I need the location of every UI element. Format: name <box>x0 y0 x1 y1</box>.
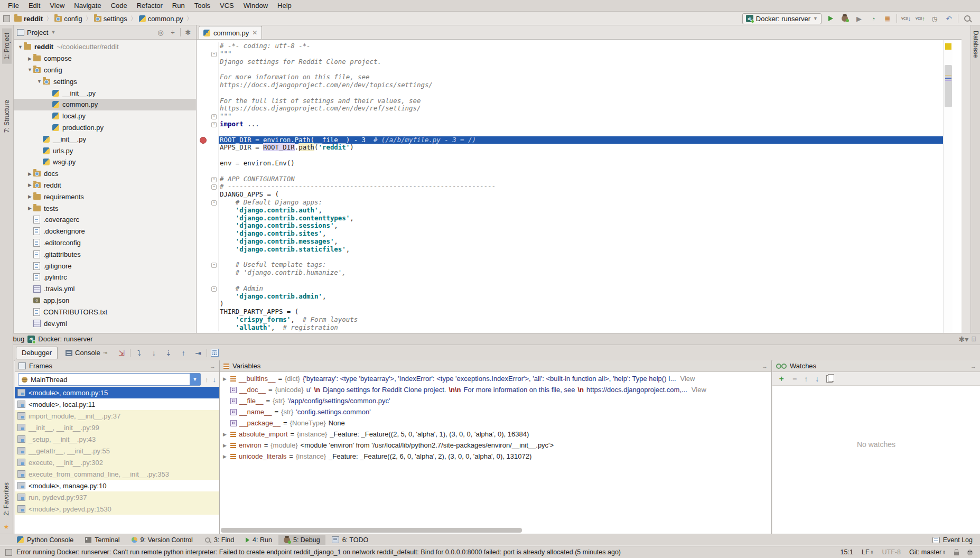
menu-item-navigate[interactable]: Navigate <box>69 2 106 10</box>
menu-item-tools[interactable]: Tools <box>190 2 215 10</box>
tree-item-__init__-py[interactable]: __init__.py <box>14 133 196 145</box>
code-line[interactable]: ▾ # Default Django apps: <box>197 199 944 207</box>
tool-window-tab-9-version-control[interactable]: 9: Version Control <box>126 535 198 545</box>
sidebar-tab-database[interactable]: Database <box>972 27 980 61</box>
breakpoint-icon[interactable] <box>200 137 207 144</box>
code-line[interactable]: 'django.contrib.staticfiles', <box>197 246 944 254</box>
tree-item-wsgi-py[interactable]: wsgi.py <box>14 156 196 168</box>
run-to-cursor-icon[interactable]: ⇥ <box>192 348 204 358</box>
code-line[interactable]: ▾# -------------------------------------… <box>197 183 944 191</box>
tree-item-common-py[interactable]: common.py <box>14 99 196 110</box>
code-line[interactable] <box>197 254 944 262</box>
tool-window-tab-terminal[interactable]: Terminal <box>80 535 125 545</box>
tree-item-app-json[interactable]: {}app.json <box>14 295 196 306</box>
locate-file-icon[interactable]: ◎ <box>156 29 165 36</box>
frame-row[interactable]: _setup, __init__.py:43 <box>15 433 219 445</box>
tree-item-reddit[interactable]: ▶reddit <box>14 180 196 191</box>
scrollbar-thumb[interactable] <box>945 65 952 107</box>
variable-row[interactable]: __file__ = {str}'/app/config/settings/co… <box>220 395 771 406</box>
chevron-collapsed-icon[interactable]: ▶ <box>26 206 33 211</box>
chevron-expanded-icon[interactable]: ▼ <box>26 67 33 72</box>
code-line[interactable]: # 'django.contrib.humanize', <box>197 269 944 277</box>
frame-row[interactable]: <module>, local.py:11 <box>15 398 219 410</box>
collapse-all-icon[interactable]: ÷ <box>168 29 178 36</box>
view-link[interactable]: View <box>680 375 695 383</box>
profiler-button[interactable]: ◔ <box>868 13 879 24</box>
tree-item-local-py[interactable]: local.py <box>14 110 196 122</box>
variable-row[interactable]: ▶__builtins__ = {dict}{'bytearray': <typ… <box>220 373 771 384</box>
code-line[interactable]: For the full list of settings and their … <box>197 97 944 105</box>
tree-item-settings[interactable]: ▼settings <box>14 76 196 87</box>
docker-status-icon[interactable] <box>5 549 12 556</box>
debug-button[interactable] <box>839 13 850 24</box>
code-line[interactable]: 'django.contrib.contenttypes', <box>197 215 944 222</box>
code-line[interactable]: 'allauth', # registration <box>197 324 944 332</box>
fold-marker-icon[interactable]: ▾ <box>211 52 217 57</box>
encoding-widget[interactable]: UTF-8 <box>882 548 901 556</box>
sidebar-tab-favorites[interactable]: 2: Favorites <box>2 478 11 520</box>
run-configuration-select[interactable]: dj Docker: runserver ▼ <box>742 13 822 24</box>
git-branch-widget[interactable]: Git: master▲▼ <box>909 548 946 556</box>
add-watch-icon[interactable]: ＋ <box>778 374 785 384</box>
fold-marker-icon[interactable]: ▾ <box>211 263 217 268</box>
variable-row[interactable]: ▶unicode_literals = {instance}_Feature: … <box>220 451 771 462</box>
tree-item-docs[interactable]: ▶docs <box>14 168 196 180</box>
code-line[interactable]: 'django.contrib.auth', <box>197 207 944 215</box>
tool-window-tab-4-run[interactable]: 4: Run <box>240 535 277 545</box>
frame-row[interactable]: __getattr__, __init__.py:55 <box>15 445 219 457</box>
force-step-into-icon[interactable]: ⇣ <box>162 348 175 358</box>
tree-item-urls-py[interactable]: urls.py <box>14 145 196 156</box>
lock-icon[interactable] <box>954 552 959 555</box>
menu-item-view[interactable]: View <box>45 2 69 10</box>
code-line[interactable]: 'crispy_forms', # Form layouts <box>197 316 944 324</box>
frame-row[interactable]: <module>, manage.py:10 <box>15 480 219 491</box>
variable-row[interactable]: ▶absolute_import = {instance}_Feature: _… <box>220 429 771 440</box>
frame-row[interactable]: <module>, common.py:15 <box>15 387 219 398</box>
run-button[interactable] <box>825 13 836 24</box>
hide-panel-icon[interactable]: → <box>210 363 216 369</box>
step-out-icon[interactable]: ↑ <box>177 348 190 358</box>
breadcrumb-item-config[interactable]: config <box>54 15 82 23</box>
chevron-collapsed-icon[interactable]: ▶ <box>222 376 228 382</box>
tool-window-tab-6-todo[interactable]: 6: TODO <box>326 535 374 545</box>
event-log[interactable]: Event Log <box>932 536 980 544</box>
code-line[interactable] <box>197 89 944 97</box>
copy-icon[interactable] <box>826 375 833 383</box>
hide-panel-icon[interactable]: ⍗ <box>972 335 976 343</box>
fold-marker-icon[interactable]: ▾ <box>211 184 217 190</box>
chevron-expanded-icon[interactable]: ▼ <box>17 44 24 50</box>
move-down-icon[interactable]: ↓ <box>815 375 819 383</box>
tab-debugger[interactable]: Debugger <box>16 347 58 359</box>
previous-frame-icon[interactable]: ↑ <box>205 376 209 384</box>
variable-row[interactable]: __name__ = {str}'config.settings.common' <box>220 406 771 417</box>
menu-item-run[interactable]: Run <box>167 2 190 10</box>
code-line[interactable]: +import ... <box>197 120 944 128</box>
frame-row[interactable]: <module>, pydevd.py:1530 <box>15 503 219 515</box>
tree-item--dockerignore[interactable]: .dockerignore <box>14 226 196 237</box>
code-line[interactable] <box>197 128 944 136</box>
menu-item-window[interactable]: Window <box>239 2 273 10</box>
chevron-collapsed-icon[interactable]: ▶ <box>222 432 228 437</box>
line-ending-widget[interactable]: LF▲▼ <box>862 548 874 556</box>
variable-row[interactable]: __doc__ = {unicode}u'\nDjango settings f… <box>220 384 771 395</box>
code-line[interactable]: https://docs.djangoproject.com/en/dev/to… <box>197 81 944 89</box>
code-line[interactable] <box>197 152 944 160</box>
editor-scrollbar[interactable] <box>943 40 953 333</box>
code-line[interactable]: ▾# APP CONFIGURATION <box>197 175 944 183</box>
caret-position-widget[interactable]: 15:1 <box>841 548 853 556</box>
code-line[interactable]: 'django.contrib.sessions', <box>197 222 944 230</box>
tree-item--editorconfig[interactable]: .editorconfig <box>14 237 196 249</box>
local-history-button[interactable]: ◷ <box>929 13 940 24</box>
sidebar-tab-structure[interactable]: 7: Structure <box>2 96 12 137</box>
hide-panel-icon[interactable]: → <box>762 363 768 369</box>
code-line[interactable] <box>197 168 944 175</box>
tool-window-tab-python-console[interactable]: Python Console <box>12 535 79 545</box>
step-over-icon[interactable]: ⤵ <box>133 348 145 358</box>
coverage-button[interactable]: ▶ <box>854 13 864 24</box>
tab-console[interactable]: Console ⇥ <box>60 347 113 359</box>
project-panel-title[interactable]: Project <box>27 29 48 36</box>
code-line[interactable]: env = environ.Env() <box>197 160 944 168</box>
variable-row[interactable]: __package__ = {NoneType}None <box>220 417 771 429</box>
code-line[interactable]: # -*- coding: utf-8 -*- <box>197 42 944 50</box>
chevron-collapsed-icon[interactable]: ▶ <box>222 443 228 448</box>
